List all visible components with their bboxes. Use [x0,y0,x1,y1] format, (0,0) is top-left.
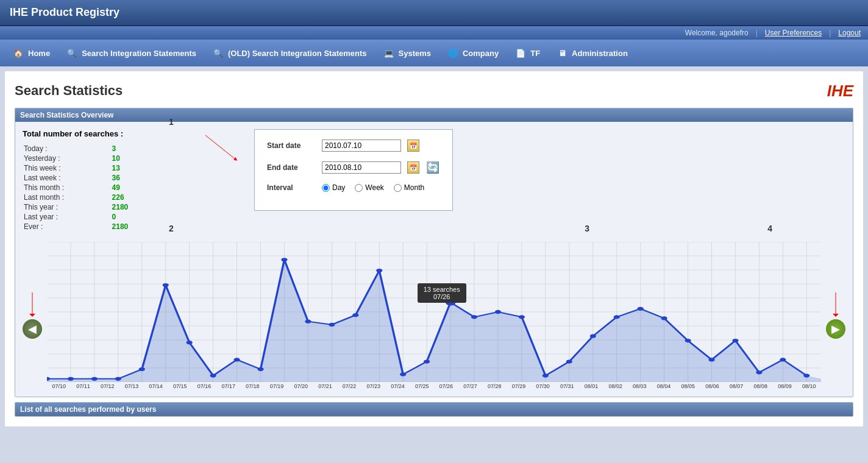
svg-point-77 [756,370,762,374]
svg-point-72 [638,307,644,311]
chart-wrapper: 13 searches 07/26 07/10 07/11 07/12 07/1… [47,242,821,389]
stats-form-row: Total number of searches : Today : 3 Yes… [23,129,845,232]
interval-day[interactable]: Day [322,183,345,192]
end-date-row: End date 📅 🔄 [267,160,440,175]
annotation-4: 4 [767,224,772,233]
company-icon: 🌐 [446,46,460,60]
bottom-section: List of all searches performed by users [15,402,853,417]
interval-row: Interval Day Week Month [267,183,440,192]
stats-section: Total number of searches : Today : 3 Yes… [23,129,144,232]
overview-body: Total number of searches : Today : 3 Yes… [15,122,853,397]
systems-icon: 💻 [382,46,396,60]
nav-old-search[interactable]: 🔍 (OLD) Search Integration Statements [205,43,373,63]
stat-this-month: This month : 49 [24,183,143,192]
annotation-arrow-2 [26,292,38,317]
svg-point-59 [329,323,335,327]
user-preferences-link[interactable]: User Preferences [765,29,822,37]
stat-last-year: Last year : 0 [24,213,143,221]
annotation-arrow-3 [830,292,842,317]
chart-tooltip: 13 searches 07/26 [418,283,466,303]
svg-point-79 [803,373,809,377]
main-content: Search Statistics IHE Search Statistics … [5,71,863,426]
svg-point-78 [780,358,786,361]
chart-next-button[interactable]: ▶ [826,319,845,339]
interval-label: Interval [267,183,316,192]
page-header: Search Statistics IHE [15,81,853,101]
stats-table: Today : 3 Yesterday : 10 This week : 13 [23,143,144,232]
svg-point-60 [352,313,358,317]
date-form: Start date 📅 End date 📅 🔄 Interval [254,129,453,211]
svg-point-71 [614,315,620,319]
svg-marker-46 [47,260,821,382]
statistics-chart [47,242,821,382]
svg-point-51 [139,367,145,371]
home-icon: 🏠 [11,46,26,60]
svg-point-70 [590,334,596,338]
nav-systems[interactable]: 💻 Systems [375,43,437,63]
svg-point-73 [661,316,667,320]
svg-point-50 [115,377,121,381]
nav-administration[interactable]: 🖥 Administration [549,43,634,63]
annotation-3: 3 [585,224,589,233]
svg-point-49 [91,377,98,381]
bottom-section-header: List of all searches performed by users [15,403,853,416]
nav-home[interactable]: 🏠 Home [5,43,56,63]
search-icon: 🔍 [65,46,79,60]
app-title: IHE Product Registry [10,6,119,18]
start-date-row: Start date 📅 [267,140,440,152]
svg-point-63 [424,359,430,363]
svg-point-54 [210,373,216,377]
interval-month[interactable]: Month [394,183,424,192]
stat-ever: Ever : 2180 [24,222,143,231]
annotation-arrow-1 [193,129,242,166]
tooltip-value: 13 searches [424,286,460,293]
end-date-label: End date [267,163,316,172]
tooltip-date: 07/26 [424,293,460,300]
stat-this-week: This week : 13 [24,164,143,172]
end-date-calendar-icon[interactable]: 📅 [407,161,419,174]
svg-point-62 [400,372,406,376]
search-old-icon: 🔍 [211,46,226,60]
nav-search-integration[interactable]: 🔍 Search Integration Statements [59,43,202,63]
admin-icon: 🖥 [555,46,569,60]
refresh-icon[interactable]: 🔄 [425,160,440,175]
overview-panel: Search Statistics Overview Total number … [15,108,853,397]
stat-last-month: Last month : 226 [24,193,143,202]
interval-options: Day Week Month [322,183,424,192]
interval-week[interactable]: Week [355,183,383,192]
svg-point-55 [233,358,240,361]
svg-point-66 [495,310,501,314]
svg-point-69 [566,359,572,363]
start-date-label: Start date [267,141,316,150]
svg-point-74 [685,339,691,342]
stat-today: Today : 3 [24,144,143,153]
svg-point-56 [257,367,263,371]
annotation-1: 1 [169,117,174,127]
svg-point-53 [187,341,193,344]
stat-yesterday: Yesterday : 10 [24,154,143,163]
welcome-text: Welcome, agodefro [685,29,749,37]
end-date-input[interactable] [322,161,401,174]
svg-point-61 [376,269,382,272]
ihe-logo: IHE [827,81,853,101]
tf-icon: 📄 [513,46,528,60]
nav-company[interactable]: 🌐 Company [439,43,505,63]
nav-bar: 🏠 Home 🔍 Search Integration Statements 🔍… [0,40,868,66]
chart-prev-button[interactable]: ◀ [23,319,42,339]
logout-link[interactable]: Logout [838,29,861,37]
svg-point-76 [732,339,738,342]
svg-point-57 [281,258,287,261]
annotation-2: 2 [169,224,174,233]
start-date-calendar-icon[interactable]: 📅 [407,140,419,152]
page-title: Search Statistics [15,83,123,99]
svg-marker-82 [833,314,839,317]
svg-line-0 [205,135,236,160]
svg-point-58 [305,320,311,323]
nav-tf[interactable]: 📄 TF [507,43,546,63]
start-date-input[interactable] [322,140,401,152]
svg-point-75 [708,358,714,361]
svg-point-67 [519,315,525,319]
stat-last-week: Last week : 36 [24,174,143,182]
svg-marker-2 [29,314,35,317]
stat-this-year: This year : 2180 [24,203,143,211]
